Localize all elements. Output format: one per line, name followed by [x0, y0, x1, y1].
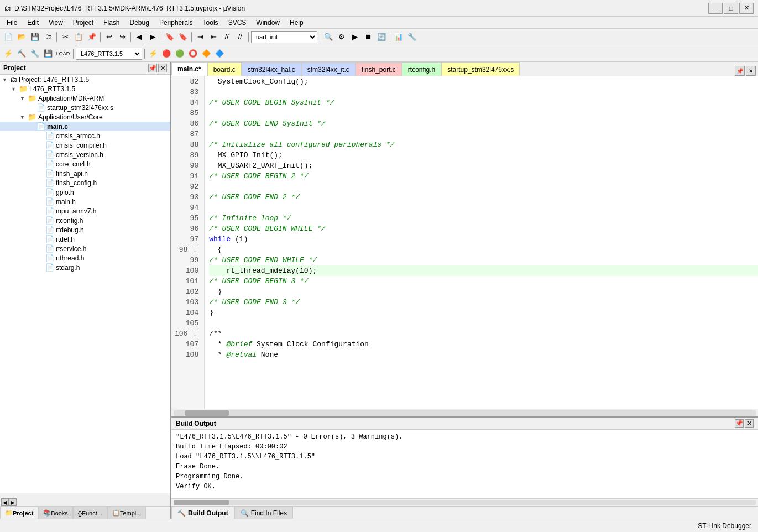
flash3-btn[interactable]: 🟢: [174, 48, 186, 60]
undo-btn[interactable]: ↩: [103, 31, 115, 43]
project-tree[interactable]: ▼ 🗂 Project: L476_RTT3.1.5 ▼ 📁 L476_RTT3…: [0, 75, 170, 493]
indent-btn[interactable]: ⇥: [194, 31, 206, 43]
tab-pin-btn[interactable]: 📌: [735, 66, 745, 76]
tree-item-2[interactable]: ▼ 📁 Application/MDK-ARM: [0, 93, 170, 103]
editor-tab-6[interactable]: startup_stm32l476xx.s: [441, 62, 520, 76]
editor-tab-5[interactable]: rtconfig.h: [402, 62, 441, 76]
tab-close-all-btn[interactable]: ✕: [746, 66, 756, 76]
tree-item-3[interactable]: 📄 startup_stm32l476xx.s: [0, 103, 170, 112]
tree-item-8[interactable]: 📄 cmsis_version.h: [0, 150, 170, 159]
menu-item-peripherals[interactable]: Peripherals: [155, 18, 197, 28]
tree-item-19[interactable]: 📄 rtthread.h: [0, 253, 170, 263]
nav-fwd-btn[interactable]: ▶: [147, 31, 159, 43]
tree-item-13[interactable]: 📄 main.h: [0, 197, 170, 206]
build-tab-output[interactable]: 🔨 Build Output: [171, 507, 234, 519]
menu-item-flash[interactable]: Flash: [99, 18, 124, 28]
menu-item-help[interactable]: Help: [285, 18, 308, 28]
tab-functions[interactable]: {} Funct...: [73, 507, 107, 519]
title-bar-controls[interactable]: — □ ✕: [708, 3, 754, 14]
build-tab-find[interactable]: 🔍 Find In Files: [234, 507, 293, 519]
build-panel-pin[interactable]: 📌: [735, 419, 744, 428]
menu-item-file[interactable]: File: [2, 18, 22, 28]
code-editor[interactable]: 8283848586878889909192939495969798 −9910…: [171, 76, 758, 409]
run-btn[interactable]: ▶: [349, 31, 361, 43]
tree-item-6[interactable]: 📄 cmsis_armcc.h: [0, 131, 170, 140]
target-dropdown[interactable]: L476_RTT3.1.5: [76, 48, 142, 60]
tree-item-17[interactable]: 📄 rtdef.h: [0, 234, 170, 244]
stop-btn[interactable]: ⏹: [362, 31, 374, 43]
menu-item-debug[interactable]: Debug: [126, 18, 154, 28]
minimize-button[interactable]: —: [708, 3, 723, 14]
cut-btn[interactable]: ✂: [59, 31, 71, 43]
close-button[interactable]: ✕: [739, 3, 754, 14]
menu-item-view[interactable]: View: [44, 18, 67, 28]
flash-btn[interactable]: ⚡: [147, 48, 159, 60]
fold-marker-106[interactable]: −: [192, 331, 198, 337]
tree-item-18[interactable]: 📄 rtservice.h: [0, 244, 170, 253]
bookmark-btn[interactable]: 🔖: [164, 31, 176, 43]
tree-item-20[interactable]: 📄 stdarg.h: [0, 263, 170, 272]
tree-item-14[interactable]: 📄 mpu_armv7.h: [0, 206, 170, 216]
flash6-btn[interactable]: 🔷: [213, 48, 226, 60]
editor-tab-2[interactable]: stm32l4xx_hal.c: [242, 62, 301, 76]
build-all-btn[interactable]: ⚡: [2, 48, 14, 60]
editor-hscroll[interactable]: [171, 409, 758, 416]
new-file-btn[interactable]: 📄: [2, 31, 14, 43]
fold-marker-98[interactable]: −: [192, 247, 198, 253]
tree-item-10[interactable]: 📄 finsh_api.h: [0, 169, 170, 178]
tree-item-4[interactable]: ▼ 📁 Application/User/Core: [0, 112, 170, 122]
open-file-btn[interactable]: 📂: [15, 31, 28, 43]
menu-item-window[interactable]: Window: [252, 18, 284, 28]
sidebar-pin-btn[interactable]: 📌: [148, 64, 157, 72]
bookmark2-btn[interactable]: 🔖: [177, 31, 189, 43]
function-dropdown[interactable]: uart_init: [251, 31, 317, 43]
uncomment-btn[interactable]: //: [234, 31, 246, 43]
build-hscroll[interactable]: [171, 498, 758, 506]
tree-item-12[interactable]: 📄 gpio.h: [0, 187, 170, 197]
download-btn[interactable]: 💾: [42, 48, 54, 60]
tree-scroll-right[interactable]: ▶: [9, 498, 17, 506]
editor-tab-3[interactable]: stm32l4xx_it.c: [301, 62, 356, 76]
settings-btn[interactable]: 🔧: [406, 31, 418, 43]
hscroll-track[interactable]: [174, 410, 756, 416]
tree-item-15[interactable]: 📄 rtconfig.h: [0, 216, 170, 225]
nav-back-btn[interactable]: ◀: [133, 31, 145, 43]
flash2-btn[interactable]: 🔴: [160, 48, 172, 60]
debug-btn[interactable]: ⚙: [336, 31, 348, 43]
comment-btn[interactable]: //: [221, 31, 233, 43]
tab-project[interactable]: 📁 Project: [0, 507, 38, 519]
flash5-btn[interactable]: 🔶: [200, 48, 212, 60]
build2-btn[interactable]: 🔨: [15, 48, 28, 60]
save-btn[interactable]: 💾: [29, 31, 41, 43]
tree-item-0[interactable]: ▼ 🗂 Project: L476_RTT3.1.5: [0, 75, 170, 84]
maximize-button[interactable]: □: [724, 3, 738, 14]
paste-btn[interactable]: 📌: [86, 31, 98, 43]
tree-item-7[interactable]: 📄 cmsis_compiler.h: [0, 140, 170, 150]
redo-btn[interactable]: ↪: [116, 31, 128, 43]
load-btn[interactable]: LOAD: [55, 48, 71, 60]
copy-btn[interactable]: 📋: [72, 31, 85, 43]
save-all-btn[interactable]: 🗂: [42, 31, 54, 43]
editor-tab-4[interactable]: finsh_port.c: [356, 62, 402, 76]
tree-scroll-left[interactable]: ◀: [1, 498, 9, 506]
view-btn[interactable]: 📊: [393, 31, 405, 43]
tab-templates[interactable]: 📋 Templ...: [107, 507, 147, 519]
tree-item-1[interactable]: ▼ 📁 L476_RTT3.1.5: [0, 84, 170, 93]
reset-btn[interactable]: 🔄: [375, 31, 388, 43]
tree-item-9[interactable]: 📄 core_cm4.h: [0, 159, 170, 169]
menu-item-svcs[interactable]: SVCS: [224, 18, 251, 28]
menu-item-project[interactable]: Project: [69, 18, 98, 28]
tree-item-11[interactable]: 📄 finsh_config.h: [0, 178, 170, 187]
sidebar-close-btn[interactable]: ✕: [158, 64, 167, 72]
tree-item-5[interactable]: 📄 main.c: [0, 122, 170, 131]
build-panel-close[interactable]: ✕: [745, 419, 754, 428]
outdent-btn[interactable]: ⇤: [207, 31, 219, 43]
hscroll-thumb[interactable]: [185, 410, 229, 416]
editor-tab-0[interactable]: main.c*: [171, 62, 207, 76]
menu-item-edit[interactable]: Edit: [23, 18, 43, 28]
tree-item-16[interactable]: 📄 rtdebug.h: [0, 225, 170, 234]
search-btn[interactable]: 🔍: [322, 31, 334, 43]
build3-btn[interactable]: 🔧: [29, 48, 41, 60]
menu-item-tools[interactable]: Tools: [198, 18, 223, 28]
flash4-btn[interactable]: ⭕: [187, 48, 199, 60]
